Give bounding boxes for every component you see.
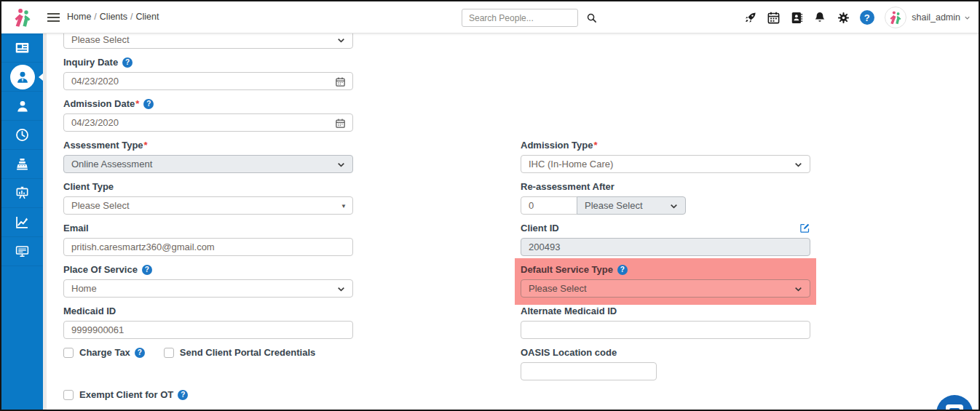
admission-date-input[interactable] [64,114,352,131]
top-select[interactable]: Please Select [63,33,353,49]
header-actions: ? shail_admin [738,1,971,33]
admission-type-select[interactable]: IHC (In-Home Care) [521,155,810,173]
alternate-medicaid-id-label-row: Alternate Medicaid ID [521,306,810,316]
reassessment-after-label: Re-assessment After [521,181,615,192]
exempt-ot-checkbox[interactable] [63,390,74,400]
field-top-select: Please Select [63,33,353,49]
email-label-row: Email [63,223,353,234]
admission-type-label: Admission Type [521,140,593,151]
oasis-location-code-label-row: OASIS Location code [521,347,810,358]
place-of-service-label-row: Place Of Service ? [63,264,353,275]
client-type-select[interactable]: Please Select ▼ [63,196,353,215]
sidebar-item-dashboard[interactable] [1,33,43,63]
calendar-icon[interactable] [767,11,781,25]
line-chart-icon [15,215,30,230]
sidebar-item-billing[interactable] [1,150,43,179]
client-id-input [521,239,810,255]
client-id-label: Client ID [521,223,559,234]
place-of-service-value: Home [71,283,97,294]
search-icon[interactable] [586,12,597,23]
default-service-type-value: Please Select [529,283,587,294]
email-wrap [63,238,353,256]
edit-icon[interactable] [799,223,810,234]
bell-icon[interactable] [813,11,827,25]
default-service-type-highlight: Default Service Type ? Please Select [515,258,816,305]
address-book-icon[interactable] [790,11,804,25]
oasis-location-code-wrap [521,362,657,380]
cash-register-icon [15,156,30,172]
client-type-label: Client Type [63,181,114,192]
charge-tax-checkbox[interactable] [63,348,74,358]
required-mark: * [135,98,139,109]
help-icon[interactable]: ? [860,10,874,25]
reassessment-controls: Please Select [521,196,810,215]
field-reassessment-after: Re-assessment After Please Select [521,181,810,215]
breadcrumb-home[interactable]: Home [67,12,91,22]
chevron-down-icon [336,284,346,294]
search-box [462,9,578,27]
send-portal-checkbox[interactable] [164,348,174,358]
search-input[interactable] [462,13,586,23]
breadcrumb-clients[interactable]: Clients [100,12,127,22]
sidebar-item-reports[interactable] [1,179,43,208]
reassessment-number-input[interactable] [521,197,577,214]
help-icon[interactable]: ? [122,57,133,68]
medicaid-id-label-row: Medicaid ID [63,306,353,316]
assessment-type-select[interactable]: Online Assessment [63,155,353,173]
sidebar-item-clients[interactable] [1,63,43,92]
breadcrumb-separator: / [130,12,133,22]
chat-button[interactable] [936,395,973,410]
help-icon[interactable]: ? [142,265,152,275]
send-portal-label: Send Client Portal Credentials [180,347,315,358]
sidebar-item-analytics[interactable] [1,208,43,237]
assessment-type-label-row: Assessment Type * [63,140,353,151]
charge-tax-label: Charge Tax [79,347,130,358]
sidebar-item-scheduling[interactable] [1,121,43,150]
newspaper-icon [15,40,30,55]
sidebar-item-system[interactable] [1,237,43,266]
chevron-down-icon[interactable] [963,14,971,22]
alternate-medicaid-id-label: Alternate Medicaid ID [521,306,617,316]
app-logo[interactable] [1,1,43,33]
alternate-medicaid-id-wrap [521,321,810,339]
chevron-down-icon [336,36,346,45]
reassessment-unit-select[interactable]: Please Select [577,196,686,215]
client-id-wrap [521,238,810,256]
place-of-service-select[interactable]: Home [63,279,353,298]
calendar-icon[interactable] [335,118,346,129]
gear-icon[interactable] [837,11,850,25]
reassessment-after-label-row: Re-assessment After [521,181,810,192]
logo-icon [12,7,33,28]
email-input[interactable] [64,239,352,255]
default-service-type-select[interactable]: Please Select [521,279,810,298]
chat-bubble-icon [946,404,963,410]
breadcrumb: Home/Clients/Client [67,12,159,22]
oasis-location-code-input[interactable] [521,363,656,380]
medicaid-id-input[interactable] [64,322,352,338]
rocket-icon[interactable] [743,11,757,25]
active-item-pointer [39,73,43,81]
help-icon[interactable]: ? [143,99,154,109]
username[interactable]: shail_admin [912,12,960,23]
calendar-icon[interactable] [335,76,346,87]
user-avatar[interactable] [885,7,906,28]
field-medicaid-id: Medicaid ID [63,306,353,339]
caregiver-person-icon [15,99,30,113]
admission-date-label-row: Admission Date * ? [63,98,353,109]
left-scroll-gutter[interactable] [43,33,47,410]
checkbox-row-exempt: Exempt Client for OT ? [63,389,353,400]
admission-date-label: Admission Date [63,98,135,109]
inquiry-date-input[interactable] [64,73,352,89]
client-type-value: Please Select [71,200,130,211]
help-icon[interactable]: ? [178,390,188,400]
active-item-circle [10,65,35,89]
assessment-type-value: Online Assessment [71,159,152,169]
help-icon[interactable]: ? [617,265,628,275]
menu-toggle-icon[interactable] [47,13,60,24]
client-person-icon [15,69,31,85]
alternate-medicaid-id-input[interactable] [521,322,810,338]
sidebar-item-caregivers[interactable] [1,92,43,121]
help-icon[interactable]: ? [135,348,145,358]
form-column-right: Admission Type * IHC (In-Home Care) Re-a… [521,140,810,388]
reassessment-unit-value: Please Select [585,200,643,211]
